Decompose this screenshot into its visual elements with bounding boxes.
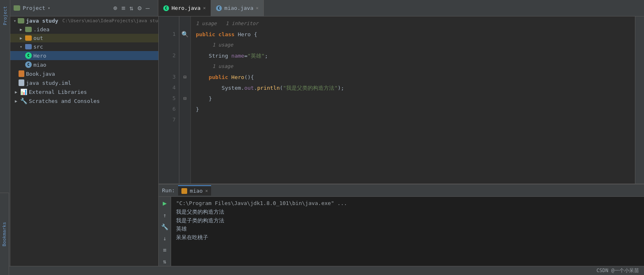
editor-area: 1 2 3 4 5 6 7 bbox=[159, 16, 644, 266]
tree-item-out[interactable]: ▶ out bbox=[10, 34, 158, 42]
status-bar: CSDN @一个小呆苗 bbox=[0, 266, 644, 275]
sidebar-label[interactable]: Project bbox=[2, 6, 8, 25]
scratches-label: Scratches and Consoles bbox=[29, 98, 100, 104]
code-line-4: System.out.println("我是父类的构造方法"); bbox=[191, 82, 635, 93]
bookmarks-strip: Bookmarks bbox=[0, 193, 9, 275]
root-name: java study bbox=[26, 18, 58, 24]
console-line-2: 我是子类的构造方法 bbox=[176, 217, 639, 225]
tree-item-scratches[interactable]: ▶ 🔧 Scratches and Consoles bbox=[10, 96, 158, 105]
run-panel: Run: miao ✕ ▶ ↑ � bbox=[159, 184, 644, 266]
usage-hint-3: 1 usage bbox=[191, 61, 635, 72]
iml-icon bbox=[19, 79, 24, 86]
tab-miao[interactable]: C miao.java ✕ bbox=[211, 0, 264, 16]
bookjava-label: Book.java bbox=[26, 71, 55, 77]
code-line-3: public Hero(){ bbox=[191, 72, 635, 82]
code-line-6: } bbox=[191, 104, 635, 114]
code-line-5: } bbox=[191, 93, 635, 104]
tree-item-miao[interactable]: C miao bbox=[10, 60, 158, 69]
console-output: "C:\Program Files\Java\jdk1.8.0_101\bin\… bbox=[171, 197, 644, 266]
code-line-7 bbox=[191, 114, 635, 125]
root-folder-icon bbox=[18, 18, 24, 23]
run-wrench-icon[interactable]: 🔧 bbox=[161, 224, 168, 230]
collapse-all-icon[interactable]: ≡ bbox=[121, 4, 125, 12]
run-tab-name-label: miao bbox=[190, 188, 202, 194]
tree-item-extlib[interactable]: ▶ 📊 External Libraries bbox=[10, 87, 158, 96]
run-tab-bar: Run: miao ✕ bbox=[159, 184, 644, 197]
out-label: out bbox=[33, 35, 43, 41]
root-path: C:\Users\miao\IdeaProjects\java study bbox=[62, 18, 159, 23]
run-label: Run: bbox=[162, 187, 175, 193]
usage-hint-line: 1 usage 1 inheritor bbox=[191, 18, 635, 29]
run-tab-miao[interactable]: miao ✕ bbox=[178, 185, 211, 196]
csdn-badge: CSDN @一个小呆苗 bbox=[597, 267, 639, 274]
gutter-1[interactable]: 🔍 bbox=[181, 29, 188, 40]
run-play-button[interactable]: ▶ bbox=[163, 199, 167, 207]
gutter-5[interactable]: ⊟ bbox=[183, 93, 186, 104]
src-folder-icon bbox=[25, 44, 32, 49]
editor-gutter: 🔍 ⊟ ⊟ bbox=[179, 16, 191, 184]
settings-icon[interactable]: ⚙ bbox=[138, 4, 142, 12]
miao-class-icon: C bbox=[216, 5, 222, 11]
usage-hint-2: 1 usage bbox=[191, 40, 635, 50]
project-title: Project bbox=[23, 5, 45, 11]
usage-text: 1 usage 1 inheritor bbox=[196, 21, 259, 26]
src-label: src bbox=[33, 44, 43, 50]
idea-label: .idea bbox=[33, 26, 49, 33]
tab-hero[interactable]: C Hero.java ✕ bbox=[158, 0, 211, 16]
run-content: ▶ ↑ 🔧 ↓ ≡ ⇅ 📷 "C:\Program Files\Java\jdk… bbox=[159, 197, 644, 266]
console-line-1: 我是父类的构造方法 bbox=[176, 208, 639, 217]
code-area[interactable]: 1 usage 1 inheritor public class Hero { … bbox=[191, 16, 635, 184]
run-sidebar: ▶ ↑ 🔧 ↓ ≡ ⇅ 📷 bbox=[159, 197, 171, 266]
hero-icon: C bbox=[25, 52, 32, 59]
run-up-button[interactable]: ↑ bbox=[163, 212, 166, 219]
tree-item-iml[interactable]: java study.iml bbox=[10, 78, 158, 87]
miao-icon: C bbox=[25, 61, 32, 68]
iml-label: java study.iml bbox=[26, 80, 71, 86]
right-icons-bar bbox=[635, 16, 644, 184]
run-down-button[interactable]: ↓ bbox=[163, 235, 166, 242]
tab-hero-label: Hero.java bbox=[172, 5, 200, 11]
run-tab-close[interactable]: ✕ bbox=[205, 188, 208, 193]
project-folder-icon bbox=[14, 5, 20, 11]
tab-hero-close[interactable]: ✕ bbox=[203, 5, 206, 11]
run-menu-icon[interactable]: ≡ bbox=[163, 247, 166, 253]
hero-class-icon: C bbox=[163, 5, 169, 11]
idea-folder-icon bbox=[25, 27, 32, 32]
code-line-1: public class Hero { bbox=[191, 29, 635, 40]
gutter-3[interactable]: ⊟ bbox=[183, 72, 186, 82]
scratches-icon: 🔧 bbox=[20, 98, 27, 104]
run-sort-icon[interactable]: ⇅ bbox=[163, 258, 166, 265]
expand-icon[interactable]: ⇅ bbox=[129, 4, 134, 12]
hero-label: Hero bbox=[33, 53, 46, 59]
project-tree-panel: ▾ java study C:\Users\miao\IdeaProjects\… bbox=[10, 16, 159, 266]
bookmarks-label[interactable]: Bookmarks bbox=[2, 222, 7, 247]
extlib-icon: 📊 bbox=[20, 89, 27, 95]
bookjava-icon bbox=[19, 70, 24, 77]
console-line-4: 呆呆在吃桃子 bbox=[176, 233, 639, 242]
code-line-2: String name="英雄"; bbox=[191, 50, 635, 61]
run-tab-icon bbox=[181, 188, 187, 194]
console-line-3: 英雄 bbox=[176, 225, 639, 233]
out-folder-icon bbox=[25, 35, 32, 41]
locate-icon[interactable]: ⊕ bbox=[113, 4, 118, 12]
project-dropdown-arrow[interactable]: ▾ bbox=[48, 6, 50, 10]
line-numbers: 1 2 3 4 5 6 7 bbox=[159, 16, 179, 184]
tree-root-item[interactable]: ▾ java study C:\Users\miao\IdeaProjects\… bbox=[10, 16, 158, 25]
console-line-0: "C:\Program Files\Java\jdk1.8.0_101\bin\… bbox=[176, 199, 639, 208]
tree-item-hero[interactable]: C Hero bbox=[10, 51, 158, 60]
tree-item-bookjava[interactable]: Book.java bbox=[10, 69, 158, 78]
minimize-icon[interactable]: — bbox=[146, 4, 150, 12]
tab-miao-close[interactable]: ✕ bbox=[256, 5, 259, 11]
tree-item-src[interactable]: ▾ src bbox=[10, 42, 158, 51]
tree-item-idea[interactable]: ▶ .idea bbox=[10, 25, 158, 34]
tab-miao-label: miao.java bbox=[224, 5, 253, 11]
miao-label: miao bbox=[33, 62, 46, 68]
extlib-label: External Libraries bbox=[29, 89, 87, 95]
